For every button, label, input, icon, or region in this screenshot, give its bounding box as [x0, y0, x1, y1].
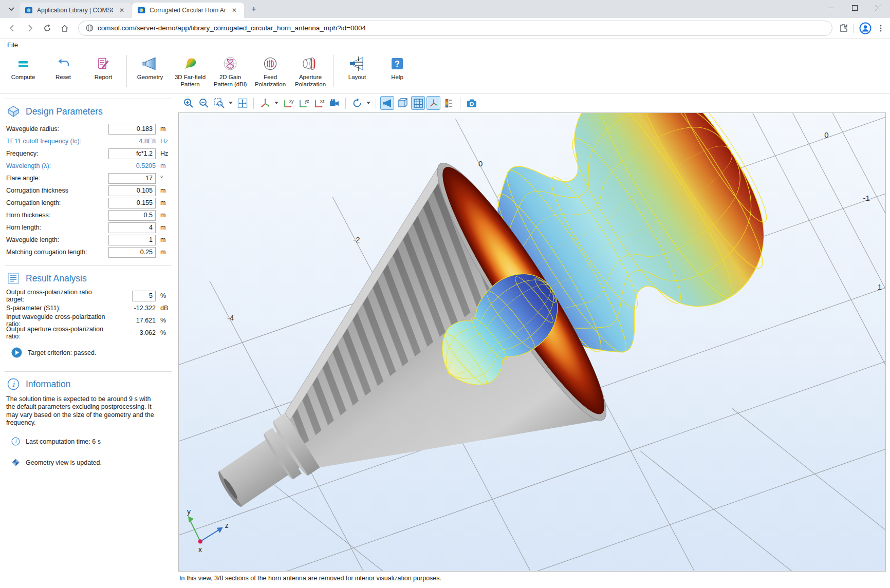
toolbar-separator [253, 98, 254, 109]
browser-menu-icon[interactable] [877, 24, 885, 32]
triad-z-label: z [225, 521, 229, 529]
compute-icon [16, 56, 30, 71]
comsol-favicon-icon [137, 6, 145, 14]
zoom-box-button[interactable] [212, 96, 226, 110]
tab-application-library[interactable]: Application Library | COMSOL S ✕ [20, 3, 132, 18]
rotate-view-button[interactable] [350, 96, 364, 110]
grid-toggle[interactable] [411, 96, 425, 110]
back-button[interactable] [5, 21, 20, 35]
minimize-button[interactable] [819, 0, 843, 15]
toolbar-separator [333, 55, 334, 87]
orientation-button[interactable] [258, 96, 272, 110]
zoom-extents-button[interactable] [235, 96, 249, 110]
svg-text:xz: xz [320, 99, 325, 104]
browser-toolbar: comsol.com/server-demo/app/library_corru… [0, 18, 890, 39]
waveguide-radius-input[interactable] [108, 124, 156, 135]
param-row: Horn thickness:m [6, 209, 171, 221]
param-row: Corrugation thicknessm [6, 184, 171, 197]
show-axes-toggle[interactable] [427, 96, 440, 110]
site-info-icon[interactable] [86, 24, 94, 32]
tab-search-button[interactable] [4, 2, 18, 16]
corrugation-length-input[interactable] [108, 198, 156, 208]
result-row: Output cross-polarization ratio target:% [6, 290, 171, 302]
param-row: Waveguide radius:m [6, 123, 171, 135]
flare-angle-input[interactable] [108, 173, 156, 184]
feed-polarization-button[interactable]: Feed Polarization [250, 53, 290, 90]
forward-button[interactable] [23, 21, 37, 35]
reset-button[interactable]: Reset [43, 53, 83, 90]
zoom-in-button[interactable] [181, 96, 195, 110]
horn-thickness-input[interactable] [108, 210, 156, 221]
home-button[interactable] [58, 21, 72, 35]
corrugation-thickness-input[interactable] [108, 185, 156, 196]
target-criterion-status: Target criterion: passed. [11, 347, 171, 358]
transparency-toggle[interactable] [396, 96, 410, 110]
horn-length-input[interactable] [108, 222, 156, 233]
report-button[interactable]: Report [83, 53, 123, 90]
svg-text:xy: xy [289, 99, 294, 104]
axis-label: 1 [878, 282, 882, 291]
zoom-out-button[interactable] [197, 96, 211, 110]
design-parameters-icon [7, 105, 20, 118]
toolbar-separator [376, 98, 376, 109]
reload-button[interactable] [40, 21, 54, 35]
view-xz-button[interactable]: xz [312, 96, 326, 110]
file-menu[interactable]: File [7, 41, 18, 49]
s-parameter-value: -12.322 [134, 305, 156, 312]
zoom-box-dropdown[interactable] [228, 96, 234, 110]
geometry-horn-icon [142, 56, 158, 71]
aperture-polarization-icon [302, 56, 319, 71]
compute-button[interactable]: Compute [3, 53, 43, 90]
reset-icon [56, 56, 70, 71]
snapshot-button[interactable] [465, 96, 478, 110]
tab-close-icon[interactable]: ✕ [230, 6, 239, 14]
waveguide-length-input[interactable] [108, 235, 156, 245]
settings-sidebar: Design Parameters Waveguide radius:m TE1… [0, 93, 177, 588]
gain-pattern-button[interactable]: 2D Gain Pattern (dBi) [210, 53, 250, 90]
result-analysis-icon [7, 272, 20, 284]
maximize-button[interactable] [843, 0, 866, 15]
new-tab-button[interactable]: + [247, 3, 261, 16]
matching-corrugation-length-input[interactable] [108, 247, 156, 258]
close-button[interactable] [866, 0, 890, 15]
geometry-updated-text: Geometry view is updated. [26, 459, 102, 466]
graphics-panel: xy yz xz [177, 93, 890, 588]
geometry-button[interactable]: Geometry [130, 53, 170, 90]
orientation-dropdown[interactable] [273, 96, 280, 110]
triad-y-label: y [187, 507, 191, 516]
browser-tab-strip: Application Library | COMSOL S ✕ Corruga… [0, 0, 890, 18]
output-cross-polarization-value: 3.062 [140, 329, 156, 336]
axis-label: 0 [478, 159, 483, 168]
cross-polarization-target-input[interactable] [132, 291, 156, 301]
result-row: Input waveguide cross-polarization ratio… [6, 314, 171, 327]
url-text[interactable]: comsol.com/server-demo/app/library_corru… [98, 24, 366, 32]
axis-label: -4 [227, 313, 234, 322]
extensions-icon[interactable] [839, 23, 848, 33]
profile-avatar-icon[interactable] [859, 22, 872, 34]
address-bar[interactable]: comsol.com/server-demo/app/library_corru… [78, 21, 832, 36]
graphics-toolbar: xy yz xz [178, 93, 886, 112]
tab-title: Application Library | COMSOL S [37, 7, 113, 14]
geometry-status-icon [11, 458, 20, 467]
2d-gain-pattern-icon [222, 56, 238, 71]
last-computation-row: i Last computation time: 6 s [11, 437, 171, 446]
color-legend-toggle[interactable] [442, 96, 456, 110]
view-xy-button[interactable]: xy [281, 96, 295, 110]
layout-button[interactable]: Layout [337, 53, 377, 90]
param-row: Horn length:m [6, 221, 171, 234]
frequency-input[interactable] [108, 148, 156, 159]
tab-horn-antenna[interactable]: Corrugated Circular Horn Anten ✕ [132, 3, 244, 18]
view-yz-button[interactable]: yz [296, 96, 310, 110]
graphics-view[interactable]: 0 -2 -4 0 -1 1 y z x [178, 112, 886, 572]
geometry-visibility-toggle[interactable] [380, 96, 394, 110]
tab-close-icon[interactable]: ✕ [117, 6, 126, 14]
view-caption: In this view, 3/8 sections of the horn a… [178, 572, 886, 585]
rotate-view-dropdown[interactable] [365, 96, 372, 110]
default-view-button[interactable] [327, 96, 341, 110]
section-divider [5, 371, 172, 372]
information-title: Information [26, 379, 71, 390]
wavelength-value: 0.5205 [136, 162, 156, 169]
aperture-polarization-button[interactable]: Aperture Polarization [290, 53, 330, 90]
far-field-pattern-button[interactable]: 3D Far-field Pattern [170, 53, 210, 90]
help-button[interactable]: ? Help [377, 53, 417, 90]
